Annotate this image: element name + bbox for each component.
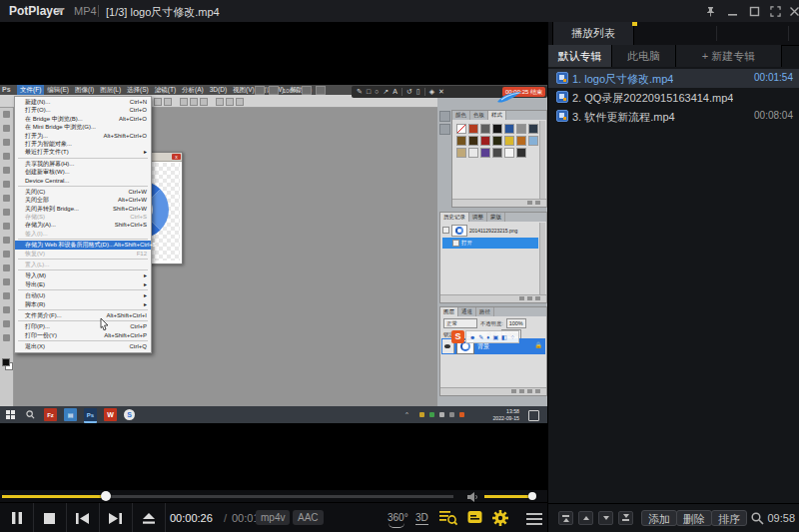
file-menu-item[interactable]: 置入(L)... [15,261,151,268]
move-top-button[interactable] [558,511,573,525]
tab-历史记录[interactable]: 历史记录 [440,213,469,222]
file-menu-item[interactable]: 新建(N)...Ctrl+N [15,98,151,106]
tool-icon[interactable] [3,153,10,160]
file-menu-item[interactable]: 关闭(C)Ctrl+W [15,188,151,196]
style-swatch[interactable] [468,124,478,134]
ps-menu-3[interactable]: 图层(L) [97,85,124,95]
file-menu-item[interactable]: 打印一份(Y)Alt+Shift+Ctrl+P [15,331,151,339]
ps-menu-5[interactable]: 滤镜(T) [152,85,179,95]
volume-icon[interactable] [467,492,479,502]
stop-button[interactable] [33,503,66,532]
tool-icon[interactable] [3,306,10,313]
tab-颜色[interactable]: 颜色 [452,111,470,120]
tool-icon[interactable] [3,292,10,299]
subtitle-icon[interactable] [467,510,482,525]
tab-playlist[interactable]: 播放列表 [552,22,634,45]
fullscreen-button[interactable] [766,3,784,19]
tab-路径[interactable]: 路径 [476,307,494,316]
remove-button[interactable]: 删除 [676,510,712,526]
file-menu-item[interactable]: 退出(X)Ctrl+Q [15,342,151,350]
ps-menu-8[interactable]: 视图(V) [230,85,258,95]
file-menu-item[interactable]: 在 Mini Bridge 中浏览(G)... [15,123,151,131]
style-swatch[interactable] [456,148,466,158]
style-swatch[interactable] [504,124,514,134]
tool-icon[interactable] [3,223,10,230]
album-tab-2[interactable]: + 新建专辑 [676,45,782,67]
style-swatch[interactable] [504,136,514,146]
tab-通道[interactable]: 通道 [458,307,476,316]
style-swatch[interactable] [492,148,502,158]
playlist-search-icon[interactable] [439,510,457,526]
album-tab-1[interactable]: 此电脑 [612,45,676,67]
volume-bar[interactable] [484,495,536,498]
style-swatch[interactable] [456,124,466,134]
pause-button[interactable] [0,503,33,532]
move-bottom-button[interactable] [618,511,633,525]
file-menu-item[interactable]: Device Central... [15,177,151,185]
tool-icon[interactable] [3,320,10,327]
3d-mode-button[interactable]: 3D [415,512,428,525]
style-swatch[interactable] [468,148,478,158]
scrollbar[interactable] [539,121,545,199]
style-swatch[interactable] [480,124,490,134]
file-menu-item[interactable]: 打开(O)...Ctrl+O [15,106,151,114]
history-snapshot-row[interactable]: 20141129223215.png [442,225,517,236]
style-swatch[interactable] [516,148,526,158]
tab-色板[interactable]: 色板 [470,111,488,120]
seek-handle[interactable] [101,491,111,501]
style-swatch[interactable] [468,136,478,146]
previous-button[interactable] [66,503,99,532]
playlist-item[interactable]: 1. logo尺寸修改.mp400:01:54 [548,69,799,88]
tool-icon[interactable] [3,237,10,244]
scrollbar[interactable] [539,223,545,294]
file-menu-item[interactable]: 在 Bridge 中浏览(B)...Alt+Ctrl+O [15,115,151,123]
tool-icon[interactable] [3,139,10,146]
move-up-button[interactable] [578,511,593,525]
maximize-button[interactable] [745,3,763,19]
playlist-item[interactable]: 3. 软件更新流程.mp400:08:04 [548,107,799,126]
foreground-color-chip[interactable] [2,358,10,366]
tool-icon[interactable] [3,125,10,132]
file-menu-item[interactable]: 脚本(R)▸ [15,300,151,308]
file-menu-item[interactable]: 打印(P)...Ctrl+P [15,322,151,330]
file-menu-item[interactable]: 打开为...Alt+Shift+Ctrl+O [15,132,151,140]
eject-button[interactable] [132,503,165,532]
album-tab-0[interactable]: 默认专辑 [548,45,612,67]
opacity-value[interactable]: 100% [506,318,526,328]
tab-图层[interactable]: 图层 [440,307,458,316]
file-menu-item[interactable]: 关闭并转到 Bridge...Shift+Ctrl+W [15,205,151,213]
settings-gear-icon[interactable] [492,510,508,526]
tab-蒙版[interactable]: 蒙版 [487,213,505,222]
tool-icon[interactable] [3,167,10,174]
file-menu-item[interactable]: 自动(U)▸ [15,291,151,299]
ps-menu-6[interactable]: 分析(A) [179,85,207,95]
file-menu-item[interactable]: 恢复(V)F12 [15,250,151,258]
playlist-item[interactable]: 2. QQ录屏20220915163414.mp4 [548,88,799,107]
blend-mode-select[interactable]: 正常 [443,318,477,328]
file-menu-item[interactable]: 创建新审核(W)... [15,168,151,176]
close-button[interactable] [785,3,799,19]
tab-样式[interactable]: 样式 [488,111,506,120]
style-swatch[interactable] [528,124,538,134]
minimize-button[interactable] [723,3,741,19]
video-display[interactable]: Ps 文件(F)编辑(E)图像(I)图层(L)选择(S)滤镜(T)分析(A)3D… [0,22,547,489]
file-menu-item[interactable]: 关闭全部Alt+Ctrl+W [15,196,151,204]
tab-调整[interactable]: 调整 [469,213,487,222]
volume-handle[interactable] [528,492,536,500]
ps-menu-7[interactable]: 3D(D) [207,85,230,95]
file-menu-item[interactable]: 共享我的屏幕(H)... [15,160,151,168]
search-icon[interactable] [751,512,764,525]
style-swatch[interactable] [480,148,490,158]
history-step-open[interactable]: 打开 [442,238,538,249]
ps-menu-0[interactable]: 文件(F) [17,85,44,95]
chevron-down-icon[interactable] [56,8,64,13]
file-menu-item[interactable]: 存储为 Web 和设备所用格式(D)...Alt+Shift+Ctrl+S [15,241,151,249]
file-menu-item[interactable]: 存储为(A)...Shift+Ctrl+S [15,221,151,229]
titlebar[interactable]: PotPlayer MP4 [1/3] logo尺寸修改.mp4 [0,0,799,23]
file-menu-item[interactable]: 打开为智能对象... [15,140,151,148]
style-swatch[interactable] [492,136,502,146]
sort-button[interactable]: 排序 [711,510,747,526]
history-brush-icon[interactable] [442,227,449,234]
tool-icon[interactable] [3,251,10,258]
seek-bar[interactable] [2,495,453,498]
